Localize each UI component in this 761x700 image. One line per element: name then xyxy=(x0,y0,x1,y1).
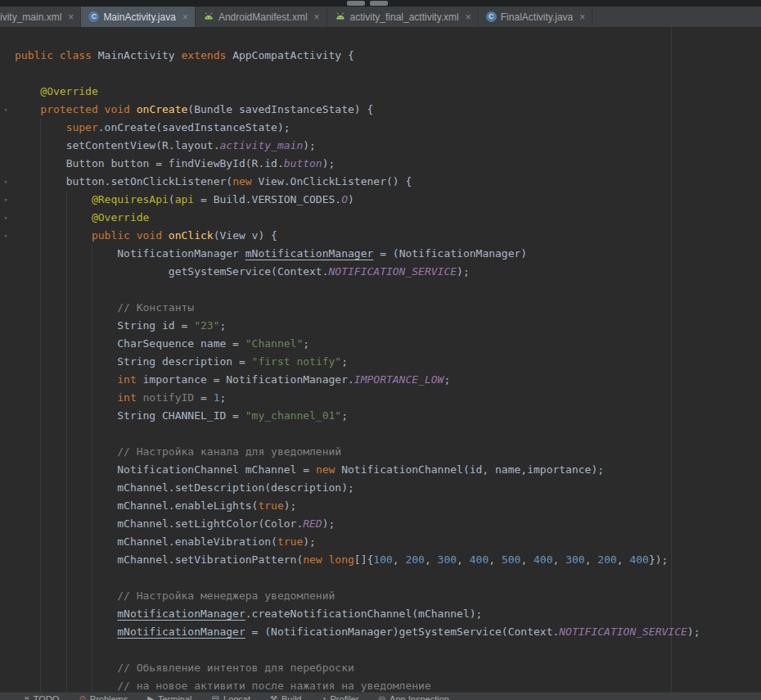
code-text: mChannel.setLightColor(Color.RED); xyxy=(11,515,335,533)
close-tab-icon[interactable]: × xyxy=(68,12,74,22)
fold-marker-icon[interactable]: ▾ xyxy=(0,209,11,227)
code-text xyxy=(11,65,15,83)
code-line: ▾ button.setOnClickListener(new View.OnC… xyxy=(0,173,761,191)
fold-marker-icon[interactable]: ▾ xyxy=(0,227,11,245)
android-file-icon xyxy=(203,11,214,23)
code-text: int notifyID = 1; xyxy=(11,389,226,407)
gutter-cell xyxy=(0,317,11,335)
app-inspection-icon: ◎ xyxy=(378,694,385,700)
code-line: mNotificationManager.createNotificationC… xyxy=(0,605,761,623)
code-editor[interactable]: public class MainActivity extends AppCom… xyxy=(0,28,761,692)
gutter-cell xyxy=(0,425,11,443)
code-line: // Константы xyxy=(0,299,761,317)
tool-window-button-problems[interactable]: ⊙Problems xyxy=(69,694,137,700)
code-line: getSystemService(Context.NOTIFICATION_SE… xyxy=(0,263,761,281)
code-text xyxy=(11,641,15,659)
editor-tab-mainactivity-java[interactable]: CMainActivity.java× xyxy=(81,7,196,27)
editor-tab-finalactivity-java[interactable]: CFinalActivity.java× xyxy=(479,7,593,27)
gutter-cell xyxy=(0,407,11,425)
gutter-cell xyxy=(0,551,11,569)
code-text: mChannel.setVibrationPattern(new long[]{… xyxy=(11,551,668,569)
code-line: mChannel.enableVibration(true); xyxy=(0,533,761,551)
code-area[interactable]: public class MainActivity extends AppCom… xyxy=(0,28,761,692)
fold-marker-icon[interactable]: ▾ xyxy=(0,101,11,119)
code-line: CharSequence name = "Channel"; xyxy=(0,335,761,353)
code-text: // на новое активити после нажатия на ув… xyxy=(11,677,431,692)
code-line: mChannel.setVibrationPattern(new long[]{… xyxy=(0,551,761,569)
code-line xyxy=(0,425,761,443)
gutter-cell xyxy=(0,299,11,317)
code-text: // Настройка канала для уведомлений xyxy=(11,443,341,461)
code-line: // Обьявление интентов для переброски xyxy=(0,659,761,677)
close-tab-icon[interactable]: × xyxy=(466,12,471,22)
gutter-cell xyxy=(0,119,11,137)
code-text: mChannel.enableVibration(true); xyxy=(11,533,316,551)
code-text: // Константы xyxy=(11,299,194,317)
code-line: NotificationChannel mChannel = new Notif… xyxy=(0,461,761,479)
gutter-cell xyxy=(0,371,11,389)
gutter-cell xyxy=(0,533,11,551)
code-text: String description = "first notify"; xyxy=(11,353,348,371)
toolbar-strip xyxy=(0,0,761,7)
editor-tab-ivity-main-xml[interactable]: ivity_main.xml× xyxy=(0,7,81,27)
code-line: // Настройка канала для уведомлений xyxy=(0,443,761,461)
fold-marker-icon[interactable]: ▾ xyxy=(0,173,11,191)
gutter-cell xyxy=(0,155,11,173)
code-text: // Обьявление интентов для переброски xyxy=(11,659,354,677)
close-tab-icon[interactable]: × xyxy=(579,12,585,22)
tab-label: AndroidManifest.xml xyxy=(218,11,308,23)
code-line: String CHANNEL_ID = "my_channel_01"; xyxy=(0,407,761,425)
editor-tab-androidmanifest-xml[interactable]: AndroidManifest.xml× xyxy=(196,7,327,27)
code-line: int importance = NotificationManager.IMP… xyxy=(0,371,761,389)
code-line: setContentView(R.layout.activity_main); xyxy=(0,137,761,155)
gutter-cell xyxy=(0,569,11,587)
code-text: NotificationChannel mChannel = new Notif… xyxy=(11,461,604,479)
code-text: protected void onCreate(Bundle savedInst… xyxy=(11,101,373,119)
tool-window-button-logcat[interactable]: ▤Logcat xyxy=(202,694,260,700)
code-text: getSystemService(Context.NOTIFICATION_SE… xyxy=(11,263,470,281)
tool-window-label: Problems xyxy=(90,694,128,700)
close-tab-icon[interactable]: × xyxy=(182,12,188,22)
gutter-cell xyxy=(0,641,11,659)
code-text: mChannel.setDescription(description); xyxy=(11,479,354,497)
tool-window-label: App Inspection xyxy=(390,694,449,700)
code-text: mNotificationManager = (NotificationMana… xyxy=(11,623,700,641)
terminal-icon: ▶ xyxy=(147,694,154,700)
toolbar-button-stub[interactable] xyxy=(347,1,365,6)
code-text xyxy=(11,281,15,299)
editor-tab-bar: ivity_main.xml×CMainActivity.java×Androi… xyxy=(0,7,761,28)
fold-marker-icon[interactable]: ▾ xyxy=(0,191,11,209)
code-text: mChannel.enableLights(true); xyxy=(11,497,296,515)
gutter-cell xyxy=(0,245,11,263)
code-text: int importance = NotificationManager.IMP… xyxy=(11,371,450,389)
tab-label: activity_final_acttivity.xml xyxy=(350,11,459,23)
code-text: CharSequence name = "Channel"; xyxy=(11,335,309,353)
gutter-cell xyxy=(0,137,11,155)
tool-window-button-todo[interactable]: ≡TODO xyxy=(15,694,69,700)
tool-window-button-profiler[interactable]: ◔Profiler xyxy=(311,694,368,700)
gutter-cell xyxy=(0,353,11,371)
toolbar-button-stub[interactable] xyxy=(370,1,388,6)
code-text: public void onClick(View v) { xyxy=(11,227,277,245)
tool-window-button-terminal[interactable]: ▶Terminal xyxy=(137,694,201,700)
code-line: // Настройка менеджера уведомлений xyxy=(0,587,761,605)
gutter-cell xyxy=(0,677,11,692)
code-line: Button button = findViewById(R.id.button… xyxy=(0,155,761,173)
code-text: public class MainActivity extends AppCom… xyxy=(11,47,354,65)
code-line: mChannel.enableLights(true); xyxy=(0,497,761,515)
close-tab-icon[interactable]: × xyxy=(314,12,320,22)
editor-tab-activity-final-acttivity-xml[interactable]: activity_final_acttivity.xml× xyxy=(327,7,479,27)
gutter-cell xyxy=(0,335,11,353)
code-text: @Override xyxy=(11,83,98,101)
code-line: ▾ @RequiresApi(api = Build.VERSION_CODES… xyxy=(0,191,761,209)
logcat-icon: ▤ xyxy=(212,694,219,700)
code-text xyxy=(11,425,15,443)
code-text: mNotificationManager.createNotificationC… xyxy=(11,605,482,623)
tab-label: MainActivity.java xyxy=(103,11,175,23)
tool-window-button-app-inspection[interactable]: ◎App Inspection xyxy=(368,694,459,700)
code-line xyxy=(0,281,761,299)
code-line: mChannel.setDescription(description); xyxy=(0,479,761,497)
code-line: ▾ public void onClick(View v) { xyxy=(0,227,761,245)
tool-window-button-build[interactable]: ⚒Build xyxy=(260,694,311,700)
profiler-icon: ◔ xyxy=(321,694,326,700)
